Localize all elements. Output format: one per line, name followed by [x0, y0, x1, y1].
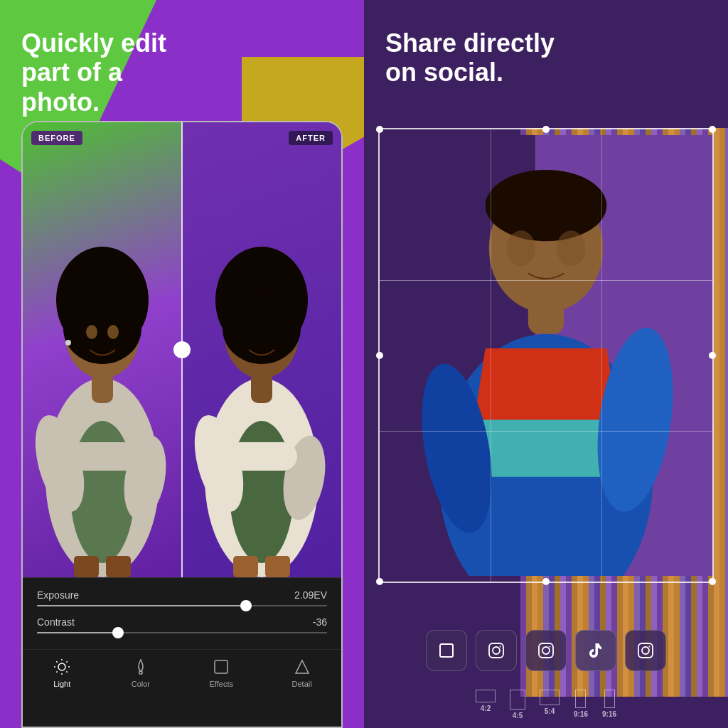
- square-ratio-btn[interactable]: [426, 630, 467, 671]
- ratio-label-4-2: 4:2: [481, 705, 491, 712]
- contrast-slider[interactable]: [37, 632, 327, 633]
- exposure-label: Exposure: [37, 589, 79, 601]
- detail-label: Detail: [292, 680, 312, 688]
- after-half: [182, 122, 341, 577]
- before-badge: BEFORE: [31, 131, 82, 145]
- tool-effects[interactable]: Effects: [210, 657, 233, 688]
- divider-handle[interactable]: [173, 341, 191, 358]
- svg-line-28: [57, 661, 58, 662]
- photo-area: BEFORE AFTER: [23, 122, 341, 577]
- instagram-btn-1[interactable]: [476, 630, 517, 671]
- contrast-label: Contrast: [37, 616, 75, 628]
- right-panel: Share directly on social.: [364, 0, 728, 728]
- social-icons-row: [364, 630, 728, 671]
- tool-color[interactable]: Color: [131, 657, 151, 688]
- ratio-label-9-16-a: 9:16: [574, 710, 588, 718]
- svg-rect-4: [67, 442, 138, 471]
- svg-rect-34: [139, 671, 142, 674]
- tool-light[interactable]: Light: [52, 657, 72, 688]
- ratio-4-5[interactable]: 4:5: [510, 690, 525, 719]
- svg-marker-36: [296, 660, 309, 673]
- svg-point-47: [507, 230, 535, 266]
- ratio-5-4[interactable]: 5:4: [540, 690, 560, 719]
- edit-panel: Exposure 2.09EV Contrast -36: [23, 577, 341, 649]
- exposure-slider-thumb[interactable]: [240, 600, 252, 611]
- svg-point-46: [486, 170, 607, 241]
- svg-point-52: [500, 646, 501, 648]
- ratio-box-5-4: [540, 690, 560, 705]
- right-photo: [378, 135, 714, 576]
- ratio-box-9-16-b: [604, 690, 615, 708]
- effects-label: Effects: [210, 680, 233, 688]
- instagram-btn-3[interactable]: [625, 630, 666, 671]
- after-badge: AFTER: [289, 131, 333, 145]
- svg-rect-18: [226, 442, 297, 471]
- svg-rect-50: [489, 643, 503, 658]
- tiktok-btn[interactable]: [575, 630, 616, 671]
- ratio-row: 4:2 4:5 5:4 9:16 9:16: [364, 690, 728, 719]
- svg-rect-49: [440, 644, 453, 657]
- ratio-label-9-16-b: 9:16: [602, 710, 616, 718]
- left-title: Quickly edit part of a photo.: [21, 28, 206, 117]
- svg-rect-35: [215, 660, 228, 673]
- left-panel: Quickly edit part of a photo.: [0, 0, 364, 728]
- exposure-value: 2.09EV: [294, 589, 327, 601]
- svg-point-10: [107, 325, 119, 339]
- ratio-4-2[interactable]: 4:2: [476, 690, 496, 719]
- svg-rect-12: [74, 556, 99, 577]
- svg-point-58: [649, 646, 651, 648]
- instagram-btn-2[interactable]: [525, 630, 567, 671]
- contrast-slider-fill: [37, 632, 118, 633]
- svg-line-33: [67, 661, 68, 662]
- svg-point-55: [550, 646, 551, 648]
- effects-icon: [211, 657, 231, 677]
- svg-point-25: [58, 663, 65, 670]
- light-icon: [52, 657, 72, 677]
- color-icon: [131, 657, 151, 677]
- color-label: Color: [132, 680, 150, 688]
- contrast-value: -36: [313, 616, 327, 628]
- svg-point-11: [65, 340, 71, 346]
- svg-point-51: [493, 647, 500, 654]
- svg-point-54: [542, 647, 550, 654]
- svg-rect-13: [106, 556, 131, 577]
- exposure-slider-fill: [37, 605, 246, 606]
- svg-rect-53: [539, 643, 553, 658]
- detail-icon: [292, 657, 312, 677]
- ratio-box-4-5: [510, 690, 525, 710]
- ratio-label-5-4: 5:4: [545, 707, 555, 715]
- phone-frame: BEFORE AFTER Exposure 2.09EV Contrast -3…: [21, 121, 343, 728]
- svg-point-57: [642, 647, 649, 654]
- svg-line-29: [67, 671, 68, 672]
- ratio-box-9-16-a: [575, 690, 586, 708]
- svg-point-48: [557, 230, 585, 266]
- right-title: Share directly on social.: [385, 28, 570, 87]
- bottom-toolbar: Light Color Effects: [23, 649, 341, 698]
- exposure-slider[interactable]: [37, 605, 327, 606]
- svg-rect-56: [638, 643, 653, 658]
- svg-point-9: [86, 325, 97, 339]
- svg-rect-24: [265, 556, 290, 577]
- svg-point-8: [63, 293, 141, 364]
- contrast-slider-thumb[interactable]: [112, 627, 124, 638]
- tool-detail[interactable]: Detail: [292, 657, 312, 688]
- svg-rect-23: [233, 556, 258, 577]
- ratio-9-16-b[interactable]: 9:16: [602, 690, 616, 719]
- before-half: [23, 122, 182, 577]
- light-label: Light: [53, 680, 70, 688]
- ratio-9-16-a[interactable]: 9:16: [574, 690, 588, 719]
- ratio-box-4-2: [476, 690, 496, 702]
- svg-point-22: [223, 293, 301, 364]
- ratio-label-4-5: 4:5: [513, 712, 523, 719]
- svg-line-32: [57, 671, 58, 672]
